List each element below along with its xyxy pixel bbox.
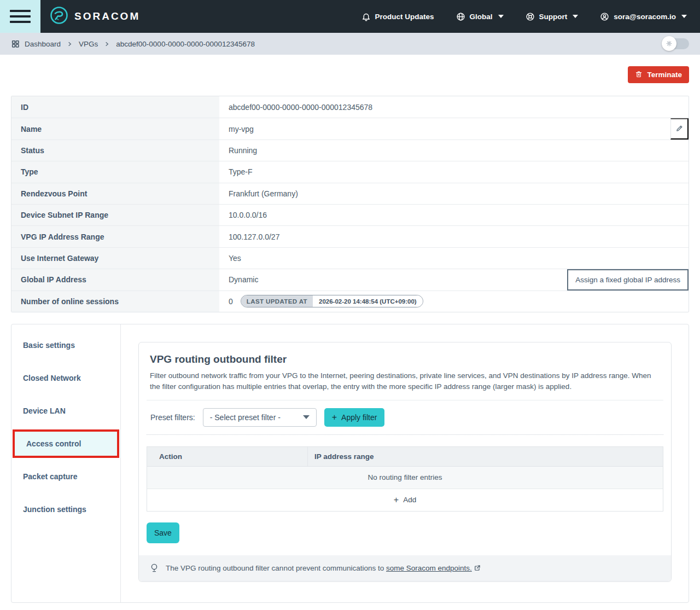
soracom-endpoints-link[interactable]: some Soracom endpoints. <box>386 564 472 572</box>
apply-filter-label: Apply filter <box>341 413 377 422</box>
routing-filter-table: Action IP address range No routing filte… <box>147 446 663 512</box>
vpg-id-value: abcdef00-0000-0000-0000-000012345678 <box>229 103 372 112</box>
balloon-icon <box>150 563 159 573</box>
select-value: - Select preset filter - <box>210 413 281 422</box>
row-label: Number of online sessions <box>11 291 219 312</box>
nav-label: Product Updates <box>375 13 434 21</box>
internet-gateway-value: Yes <box>229 254 241 263</box>
preset-filters-label: Preset filters: <box>150 413 195 422</box>
nav-label: sora@soracom.io <box>614 13 676 21</box>
nav-support[interactable]: Support <box>526 12 579 21</box>
table-row: Rendezvous Point Frankfurt (Germany) <box>11 183 689 204</box>
chevron-down-icon <box>498 15 504 18</box>
chevron-down-icon <box>573 15 578 18</box>
soracom-logo[interactable]: SORACOM <box>50 6 140 27</box>
card-title: VPG routing outbound filter <box>150 353 660 365</box>
breadcrumb-vpg-id: abcdef00-0000-0000-0000-000012345678 <box>116 40 255 48</box>
note-text-before: The VPG routing outbound filter cannot p… <box>166 564 384 572</box>
breadcrumb: Dashboard VPGs abcdef00-0000-0000-0000-0… <box>0 33 700 55</box>
sidebar-item-packet-capture[interactable]: Packet capture <box>11 460 120 493</box>
badge-label: LAST UPDATED AT <box>241 295 313 307</box>
row-label: Rendezvous Point <box>11 183 219 204</box>
sun-icon <box>662 36 676 51</box>
global-ip-value: Dynamic <box>229 275 258 284</box>
soracom-swallow-icon <box>50 6 68 27</box>
assign-fixed-ip-button[interactable]: Assign a fixed global IP address <box>567 269 689 290</box>
endpoints-note: The VPG routing outbound filter cannot p… <box>139 555 671 581</box>
badge-timestamp: 2026-02-20 14:48:54 (UTC+09:00) <box>313 295 423 307</box>
plus-icon: + <box>394 496 399 504</box>
sidebar-item-access-control[interactable]: Access control <box>15 432 117 456</box>
annotation-highlight: Access control <box>13 429 119 458</box>
top-navbar: SORACOM Product Updates Global <box>0 0 700 33</box>
terminate-button[interactable]: Terminate <box>628 66 689 83</box>
row-label: VPG IP Address Range <box>11 226 219 247</box>
brand-name: SORACOM <box>74 10 140 22</box>
settings-sidebar: Basic settings Closed Network Device LAN… <box>11 324 121 602</box>
nav-label: Global <box>470 13 493 21</box>
preset-filter-select[interactable]: - Select preset filter - <box>203 408 317 427</box>
last-updated-badge: LAST UPDATED AT 2026-02-20 14:48:54 (UTC… <box>241 295 423 307</box>
outbound-filter-card: VPG routing outbound filter Filter outbo… <box>138 342 672 582</box>
row-label: Device Subnet IP Range <box>11 205 219 225</box>
trash-icon <box>635 70 643 80</box>
online-sessions-value: 0 <box>229 297 233 306</box>
nav-account[interactable]: sora@soracom.io <box>600 12 687 21</box>
sidebar-item-junction-settings[interactable]: Junction settings <box>11 493 120 526</box>
row-label: Global IP Address <box>11 269 219 290</box>
nav-label: Support <box>539 13 568 21</box>
life-ring-icon <box>526 12 535 21</box>
vpg-type-value: Type-F <box>229 167 253 176</box>
chevron-down-icon <box>681 15 687 18</box>
table-row: Global IP Address Dynamic Assign a fixed… <box>11 269 689 290</box>
vpg-ip-range-value: 100.127.0.0/27 <box>229 233 279 241</box>
row-label: ID <box>11 96 219 118</box>
save-button[interactable]: Save <box>147 522 179 543</box>
vpg-status-value: Running <box>229 146 257 155</box>
rendezvous-point-value: Frankfurt (Germany) <box>229 189 298 198</box>
account-icon <box>600 12 609 21</box>
table-row: Use Internet Gateway Yes <box>11 247 689 269</box>
filter-table-header: Action IP address range <box>147 447 663 467</box>
table-row: Type Type-F <box>11 161 689 182</box>
table-row: ID abcdef00-0000-0000-0000-000012345678 <box>11 96 689 118</box>
chevron-right-icon <box>104 41 110 47</box>
theme-toggle[interactable] <box>663 38 689 49</box>
table-row: Name my-vpg <box>11 118 689 139</box>
sidebar-item-basic-settings[interactable]: Basic settings <box>11 329 120 362</box>
row-label: Type <box>11 161 219 182</box>
breadcrumb-vpgs[interactable]: VPGs <box>79 40 98 48</box>
nav-product-updates[interactable]: Product Updates <box>361 12 434 21</box>
card-description: Filter outbound network traffic from you… <box>150 370 660 392</box>
breadcrumb-dashboard[interactable]: Dashboard <box>25 40 61 48</box>
row-label: Status <box>11 140 219 161</box>
edit-name-button[interactable] <box>670 118 689 139</box>
row-label: Use Internet Gateway <box>11 248 219 269</box>
column-header-action: Action <box>147 447 308 466</box>
add-label: Add <box>403 496 416 504</box>
table-row: Status Running <box>11 140 689 161</box>
sidebar-item-device-lan[interactable]: Device LAN <box>11 394 120 427</box>
vpg-name-value: my-vpg <box>229 125 254 133</box>
sidebar-item-closed-network[interactable]: Closed Network <box>11 362 120 394</box>
dashboard-grid-icon <box>11 39 20 48</box>
row-label: Name <box>11 118 219 139</box>
nav-global[interactable]: Global <box>456 12 504 21</box>
empty-state-row: No routing filter entries <box>147 467 663 489</box>
note-text: The VPG routing outbound filter cannot p… <box>166 564 481 572</box>
preset-filters-row: Preset filters: - Select preset filter -… <box>147 400 663 435</box>
globe-icon <box>456 12 465 21</box>
column-header-ip-range: IP address range <box>308 452 663 461</box>
access-control-main: VPG routing outbound filter Filter outbo… <box>121 324 689 602</box>
external-link-icon <box>474 565 481 571</box>
table-row: Device Subnet IP Range 10.0.0.0/16 <box>11 204 689 225</box>
chevron-right-icon <box>67 41 73 47</box>
apply-filter-button[interactable]: + Apply filter <box>324 408 385 427</box>
table-row: VPG IP Address Range 100.127.0.0/27 <box>11 225 689 247</box>
access-control-section: Basic settings Closed Network Device LAN… <box>11 324 689 603</box>
pencil-icon <box>675 124 684 134</box>
terminate-label: Terminate <box>647 71 682 79</box>
chevron-down-icon <box>303 415 310 419</box>
hamburger-menu-button[interactable] <box>0 0 40 33</box>
add-filter-entry-button[interactable]: + Add <box>147 489 663 511</box>
